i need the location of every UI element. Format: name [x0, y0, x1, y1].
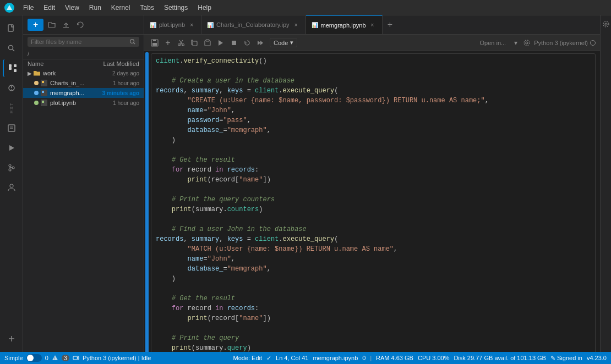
files-icon[interactable] — [3, 20, 20, 37]
mode-toggle[interactable] — [26, 354, 42, 362]
code-line: "CREATE (u:User {name: $name, password: … — [156, 96, 591, 106]
code-line: name="John", — [156, 106, 591, 115]
memgraph-modified: 3 minutes ago — [95, 90, 139, 96]
svg-point-10 — [11, 89, 12, 90]
disk-label: Disk 29.77 GB avail. of 101.13 GB — [454, 355, 546, 361]
file-tree-work[interactable]: ▶ work 2 days ago — [23, 68, 144, 78]
tab-bar: 📊 plot.ipynb × 📊 Charts_in_Colaboratory.… — [144, 15, 600, 35]
tab-plot[interactable]: 📊 plot.ipynb × — [144, 15, 201, 34]
run-cell-button[interactable] — [215, 37, 227, 49]
git-icon[interactable] — [3, 159, 20, 177]
menu-settings[interactable]: Settings — [160, 3, 192, 13]
extensions-icon[interactable] — [3, 59, 20, 77]
code-line-comment: # Print the query counters — [156, 195, 591, 205]
svg-rect-6 — [14, 69, 17, 72]
ram-label: RAM 4.63 GB — [376, 355, 413, 361]
work-modified: 2 days ago — [95, 70, 139, 76]
run-icon[interactable] — [3, 139, 20, 157]
new-file-button[interactable]: + — [28, 19, 43, 31]
search-input[interactable] — [31, 38, 129, 45]
cut-button[interactable] — [175, 37, 187, 49]
notebook-file-icon2 — [40, 89, 48, 97]
copy-button[interactable] — [188, 37, 200, 49]
activity-bar: EXT — [0, 15, 23, 352]
search-icon[interactable] — [3, 40, 20, 57]
svg-rect-27 — [42, 81, 44, 83]
menu-help[interactable]: Help — [193, 3, 216, 13]
code-line: for record in records: — [156, 304, 591, 313]
dot-yellow-icon — [34, 81, 39, 85]
debug-icon[interactable] — [3, 79, 20, 97]
sidebar: + / Name Last Modified ▶ work 2 days ago — [23, 15, 144, 352]
menu-run[interactable]: Run — [85, 3, 106, 13]
charts-modified: 1 hour ago — [95, 80, 139, 86]
menu-tabs[interactable]: Tabs — [136, 3, 159, 13]
warning-icon: ! — [52, 355, 58, 361]
fast-forward-button[interactable] — [254, 37, 266, 49]
svg-line-3 — [12, 49, 14, 52]
file-tree-charts[interactable]: Charts_in_... 1 hour ago — [23, 78, 144, 88]
separator2: | — [370, 355, 372, 361]
menu-view[interactable]: View — [61, 3, 84, 13]
add-tab-button[interactable]: + — [383, 17, 398, 32]
code-line — [156, 284, 591, 294]
settings-gear-icon[interactable] — [521, 37, 533, 49]
dot-green-icon — [34, 101, 39, 105]
svg-rect-5 — [14, 64, 17, 67]
upload-icon[interactable] — [60, 19, 72, 31]
svg-rect-28 — [41, 90, 47, 96]
code-line-comment: # Print the query — [156, 333, 591, 343]
restart-button[interactable] — [241, 37, 253, 49]
tab-charts-close[interactable]: × — [292, 21, 300, 29]
file-tree-header: Name Last Modified — [23, 59, 144, 68]
tab-memgraph-close[interactable]: × — [369, 21, 377, 29]
refresh-icon[interactable] — [74, 19, 86, 31]
tab-memgraph[interactable]: 📊 memgraph.ipynb × — [306, 15, 383, 34]
code-line-comment: # Get the result — [156, 155, 591, 165]
code-line: print(summary.query) — [156, 343, 591, 352]
code-line — [156, 145, 591, 155]
svg-rect-41 — [206, 40, 209, 41]
open-folder-icon[interactable] — [46, 19, 58, 31]
disk-num-badge: 3 — [62, 355, 69, 361]
notebook-icon[interactable] — [3, 119, 20, 137]
stop-button[interactable] — [228, 37, 240, 49]
save-button[interactable] — [149, 37, 161, 49]
svg-rect-29 — [42, 91, 44, 93]
code-cell-content[interactable]: client.verify_connectivity() # Create a … — [151, 53, 596, 352]
svg-rect-7 — [9, 64, 12, 67]
code-type-dropdown[interactable]: Code ▾ — [270, 38, 297, 47]
content-area: 📊 plot.ipynb × 📊 Charts_in_Colaboratory.… — [144, 15, 600, 352]
name-column-header: Name — [28, 60, 95, 67]
tab-charts[interactable]: 📊 Charts_in_Colaboratory.ipy × — [201, 15, 306, 34]
search-box[interactable] — [28, 37, 139, 47]
separator: ▾ — [514, 39, 517, 47]
right-gear-icon[interactable] — [602, 20, 610, 29]
svg-marker-45 — [260, 41, 263, 45]
disk-icon — [73, 355, 79, 361]
menu-kernel[interactable]: Kernel — [107, 3, 135, 13]
edit-mode-label: Mode: Edit — [233, 355, 262, 361]
add-cell-button[interactable]: + — [162, 37, 174, 49]
file-tree-plot[interactable]: plot.ipynb 1 hour ago — [23, 98, 144, 108]
editor-container[interactable]: client.verify_connectivity() # Create a … — [144, 51, 600, 352]
add-icon[interactable] — [3, 330, 20, 348]
open-in-button[interactable]: Open in... — [474, 38, 511, 48]
menubar: File Edit View Run Kernel Tabs Settings … — [0, 0, 611, 15]
code-line: print(summary.counters) — [156, 205, 591, 214]
search-icon — [129, 38, 136, 45]
breadcrumb: / — [23, 49, 144, 59]
menu-edit[interactable]: Edit — [39, 3, 59, 13]
menu-file[interactable]: File — [19, 3, 38, 13]
code-cell-1: client.verify_connectivity() # Create a … — [144, 51, 600, 352]
person-icon[interactable] — [3, 179, 20, 196]
svg-marker-14 — [9, 145, 14, 151]
file-tree-memgraph[interactable]: memgraph... 3 minutes ago — [23, 88, 144, 98]
zero2-status: 0 — [362, 355, 365, 361]
code-line: database_="memgraph", — [156, 125, 591, 135]
tab-plot-close[interactable]: × — [188, 21, 195, 29]
svg-rect-4 — [9, 67, 12, 70]
paste-button[interactable] — [201, 37, 214, 49]
cpu-label: CPU 3.00% — [418, 355, 449, 361]
dot-blue-icon — [34, 91, 39, 95]
